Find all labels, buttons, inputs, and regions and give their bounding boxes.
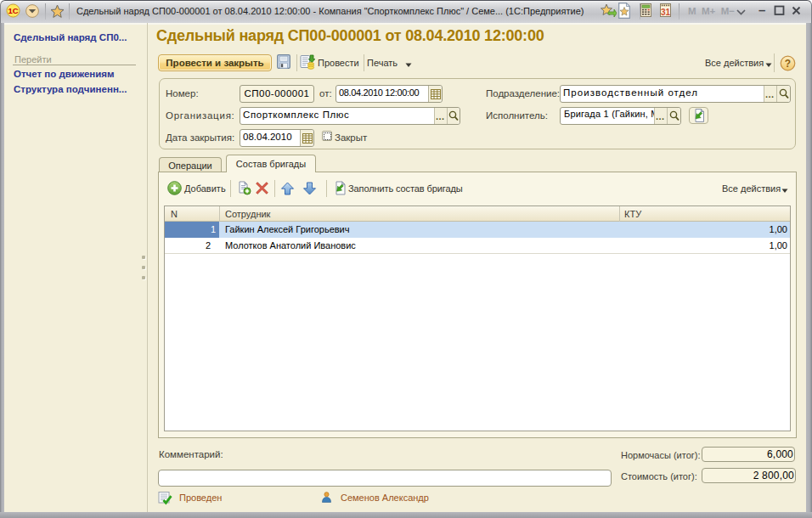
svg-text:31: 31 [661, 8, 671, 17]
svg-text:1С: 1С [8, 6, 18, 15]
svg-text:?: ? [785, 58, 791, 70]
